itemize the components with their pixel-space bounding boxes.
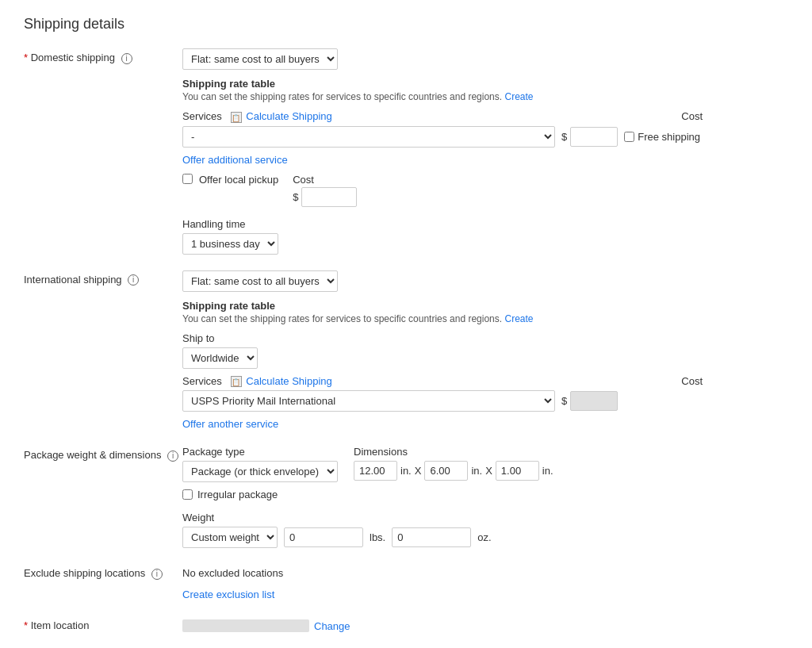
international-cost-header-label: Cost (681, 375, 703, 387)
item-location-value (182, 619, 309, 632)
domestic-cost-input[interactable] (570, 127, 618, 147)
package-content: Package type Package (or thick envelope)… (182, 446, 788, 548)
domestic-free-shipping-wrapper: Free shipping (624, 131, 700, 143)
domestic-rate-table-desc: You can set the shipping rates for servi… (182, 91, 788, 102)
domestic-local-pickup-label: Offer local pickup (199, 174, 278, 186)
international-shipping-section: International shipping i Flat: same cost… (24, 270, 788, 431)
international-ship-to-select[interactable]: Worldwide (182, 347, 258, 369)
irregular-package-wrapper: Irregular package (182, 489, 788, 500)
package-type-label: Package type (182, 446, 338, 458)
international-calc-link[interactable]: Calculate Shipping (246, 375, 331, 387)
domestic-shipping-section: * Domestic shipping i Flat: same cost to… (24, 48, 788, 255)
domestic-col-headers: Services 📋 Calculate Shipping Cost (182, 110, 788, 123)
domestic-handling-time-label: Handling time (182, 218, 788, 230)
domestic-services-label: Services (182, 110, 222, 122)
international-offer-another-link[interactable]: Offer another service (182, 418, 278, 430)
domestic-local-pickup-cost-wrapper: Cost $ (293, 174, 357, 207)
international-info-icon[interactable]: i (128, 274, 139, 286)
international-ship-to-label: Ship to (182, 332, 788, 344)
domestic-offer-additional-link[interactable]: Offer additional service (182, 154, 288, 166)
dimension-2-input[interactable] (424, 461, 468, 481)
package-label: Package weight & dimensions i (24, 446, 182, 462)
domestic-rate-table-info: Shipping rate table You can set the ship… (182, 78, 788, 102)
dim3-unit: in. (542, 465, 553, 477)
dimension-3-input[interactable] (496, 461, 539, 481)
oz-label: oz. (477, 531, 491, 543)
no-excluded-text: No excluded locations (182, 567, 788, 579)
domestic-handling-time-wrapper: Handling time 1 business day (182, 218, 788, 255)
exclude-info-icon[interactable]: i (151, 569, 163, 580)
domestic-local-pickup-row: Offer local pickup Cost $ (182, 174, 788, 207)
exclude-locations-section: Exclude shipping locations i No excluded… (24, 564, 788, 600)
domestic-info-icon[interactable]: i (121, 53, 132, 64)
domestic-calc-icon: 📋 (231, 112, 242, 123)
domestic-service-row: - $ Free shipping (182, 126, 788, 148)
create-exclusion-list-link[interactable]: Create exclusion list (182, 589, 274, 600)
irregular-package-checkbox[interactable] (182, 489, 193, 500)
domestic-service-select[interactable]: - (182, 126, 555, 148)
international-col-headers: Services 📋 Calculate Shipping Cost (182, 375, 788, 388)
domestic-local-pickup-cost-input[interactable] (301, 187, 357, 207)
item-location-change-link[interactable]: Change (314, 620, 350, 632)
international-service-row: USPS Priority Mail International $ (182, 390, 788, 412)
package-type-dimensions-row: Package type Package (or thick envelope)… (182, 446, 788, 482)
domestic-rate-table-title: Shipping rate table (182, 78, 788, 90)
international-service-select[interactable]: USPS Priority Mail International (182, 390, 555, 412)
international-ship-to-section: Ship to Worldwide (182, 332, 788, 369)
dim1-unit: in. (400, 465, 412, 477)
package-info-icon[interactable]: i (167, 451, 178, 462)
weight-type-select[interactable]: Custom weight (182, 527, 278, 548)
domestic-free-shipping-checkbox[interactable] (624, 132, 634, 142)
domestic-shipping-label: * Domestic shipping i (24, 48, 182, 64)
international-shipping-content: Flat: same cost to all buyers Shipping r… (182, 270, 788, 431)
irregular-package-label: Irregular package (197, 489, 278, 500)
domestic-shipping-content: Flat: same cost to all buyers Shipping r… (182, 48, 788, 255)
weight-oz-input[interactable] (392, 527, 471, 547)
weight-section: Weight Custom weight lbs. oz. (182, 512, 788, 548)
package-section: Package weight & dimensions i Package ty… (24, 446, 788, 548)
domestic-rate-create-link[interactable]: Create (504, 91, 533, 102)
page-title: Shipping details (24, 16, 788, 33)
international-cost-input[interactable] (570, 391, 618, 411)
dim2-unit: in. (471, 465, 482, 477)
domestic-cost-input-wrapper: $ (561, 127, 618, 147)
international-calc-icon: 📋 (231, 376, 242, 387)
weight-label: Weight (182, 512, 788, 523)
international-shipping-label: International shipping i (24, 270, 182, 286)
package-type-select[interactable]: Package (or thick envelope) (182, 461, 338, 482)
international-rate-table-desc: You can set the shipping rates for servi… (182, 313, 788, 324)
exclude-locations-label: Exclude shipping locations i (24, 564, 182, 580)
domestic-cost-header-label: Cost (681, 110, 703, 122)
dimensions-col: Dimensions in. X in. X in. (354, 446, 553, 481)
domestic-shipping-type-select[interactable]: Flat: same cost to all buyers (182, 48, 338, 70)
domestic-calc-link[interactable]: Calculate Shipping (246, 110, 331, 122)
weight-inputs: Custom weight lbs. oz. (182, 527, 788, 548)
exclude-locations-content: No excluded locations Create exclusion l… (182, 564, 788, 600)
international-rate-table-title: Shipping rate table (182, 300, 788, 312)
international-cost-input-wrapper: $ (561, 391, 618, 411)
weight-lbs-input[interactable] (284, 527, 363, 547)
item-location-content: Change (182, 616, 788, 632)
dimensions-inputs: in. X in. X in. (354, 461, 553, 481)
dimension-1-input[interactable] (354, 461, 397, 481)
package-type-col: Package type Package (or thick envelope) (182, 446, 338, 482)
international-services-label: Services (182, 375, 222, 387)
domestic-handling-time-select[interactable]: 1 business day (182, 233, 278, 255)
item-location-section: * Item location Change (24, 616, 788, 632)
lbs-label: lbs. (370, 531, 385, 543)
dimensions-label: Dimensions (354, 446, 553, 458)
international-shipping-type-select[interactable]: Flat: same cost to all buyers (182, 270, 338, 292)
domestic-free-shipping-label: Free shipping (638, 131, 700, 143)
item-location-label: * Item location (24, 616, 182, 631)
domestic-local-pickup-checkbox[interactable] (182, 174, 193, 184)
international-rate-create-link[interactable]: Create (504, 313, 533, 324)
international-rate-table-info: Shipping rate table You can set the ship… (182, 300, 788, 324)
